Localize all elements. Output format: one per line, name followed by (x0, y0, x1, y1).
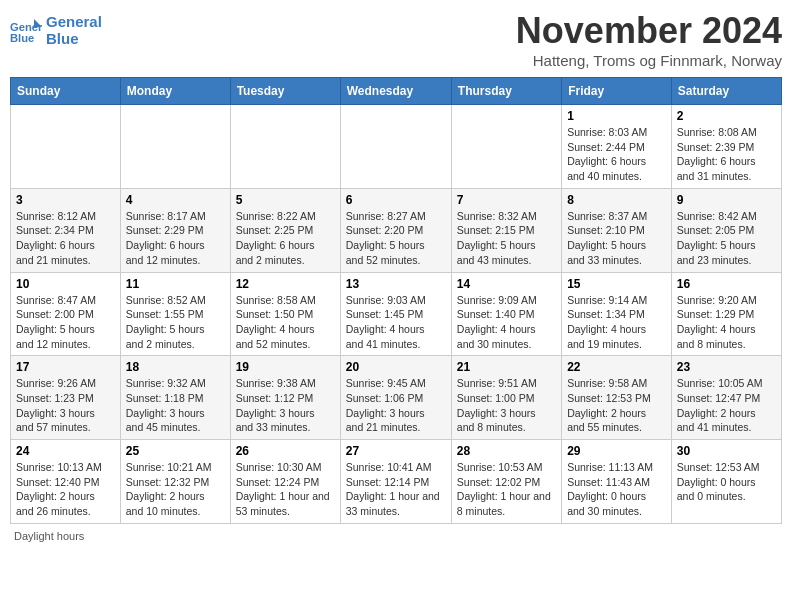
day-number: 30 (677, 444, 776, 458)
day-info: Sunrise: 10:53 AMSunset: 12:02 PMDayligh… (457, 460, 556, 519)
calendar-cell: 6Sunrise: 8:27 AMSunset: 2:20 PMDaylight… (340, 188, 451, 272)
calendar-cell: 22Sunrise: 9:58 AMSunset: 12:53 PMDaylig… (562, 356, 672, 440)
calendar-cell: 7Sunrise: 8:32 AMSunset: 2:15 PMDaylight… (451, 188, 561, 272)
day-number: 16 (677, 277, 776, 291)
day-info: Sunrise: 10:13 AMSunset: 12:40 PMDayligh… (16, 460, 115, 519)
calendar-header-row: SundayMondayTuesdayWednesdayThursdayFrid… (11, 78, 782, 105)
logo-line1: General (46, 13, 102, 30)
calendar-cell (230, 105, 340, 189)
calendar-cell: 30Sunset: 12:53 AMDaylight: 0 hoursand 0… (671, 440, 781, 524)
calendar-cell: 13Sunrise: 9:03 AMSunset: 1:45 PMDayligh… (340, 272, 451, 356)
day-number: 5 (236, 193, 335, 207)
header-thursday: Thursday (451, 78, 561, 105)
day-number: 1 (567, 109, 666, 123)
day-info: Sunrise: 9:09 AMSunset: 1:40 PMDaylight:… (457, 293, 556, 352)
month-title: November 2024 (516, 10, 782, 52)
day-number: 9 (677, 193, 776, 207)
day-info: Sunrise: 10:05 AMSunset: 12:47 PMDayligh… (677, 376, 776, 435)
day-info: Sunrise: 8:37 AMSunset: 2:10 PMDaylight:… (567, 209, 666, 268)
calendar-cell (11, 105, 121, 189)
day-number: 26 (236, 444, 335, 458)
calendar-cell: 29Sunrise: 11:13 AMSunset: 11:43 AMDayli… (562, 440, 672, 524)
day-info: Sunrise: 9:26 AMSunset: 1:23 PMDaylight:… (16, 376, 115, 435)
day-info: Sunrise: 9:20 AMSunset: 1:29 PMDaylight:… (677, 293, 776, 352)
calendar-cell: 9Sunrise: 8:42 AMSunset: 2:05 PMDaylight… (671, 188, 781, 272)
day-info: Sunrise: 8:32 AMSunset: 2:15 PMDaylight:… (457, 209, 556, 268)
calendar-cell: 20Sunrise: 9:45 AMSunset: 1:06 PMDayligh… (340, 356, 451, 440)
day-info: Sunrise: 8:27 AMSunset: 2:20 PMDaylight:… (346, 209, 446, 268)
day-number: 6 (346, 193, 446, 207)
day-number: 23 (677, 360, 776, 374)
day-info: Sunrise: 10:30 AMSunset: 12:24 PMDayligh… (236, 460, 335, 519)
day-info: Sunrise: 8:22 AMSunset: 2:25 PMDaylight:… (236, 209, 335, 268)
calendar-week-5: 24Sunrise: 10:13 AMSunset: 12:40 PMDayli… (11, 440, 782, 524)
day-number: 29 (567, 444, 666, 458)
calendar-cell: 11Sunrise: 8:52 AMSunset: 1:55 PMDayligh… (120, 272, 230, 356)
calendar-cell: 21Sunrise: 9:51 AMSunset: 1:00 PMDayligh… (451, 356, 561, 440)
calendar-week-3: 10Sunrise: 8:47 AMSunset: 2:00 PMDayligh… (11, 272, 782, 356)
day-info: Sunrise: 9:14 AMSunset: 1:34 PMDaylight:… (567, 293, 666, 352)
calendar-cell: 17Sunrise: 9:26 AMSunset: 1:23 PMDayligh… (11, 356, 121, 440)
calendar-cell: 14Sunrise: 9:09 AMSunset: 1:40 PMDayligh… (451, 272, 561, 356)
calendar-week-2: 3Sunrise: 8:12 AMSunset: 2:34 PMDaylight… (11, 188, 782, 272)
logo-line2: Blue (46, 31, 102, 48)
day-number: 21 (457, 360, 556, 374)
day-number: 7 (457, 193, 556, 207)
day-number: 24 (16, 444, 115, 458)
day-info: Sunrise: 8:58 AMSunset: 1:50 PMDaylight:… (236, 293, 335, 352)
location-subtitle: Hatteng, Troms og Finnmark, Norway (516, 52, 782, 69)
day-info: Sunrise: 8:47 AMSunset: 2:00 PMDaylight:… (16, 293, 115, 352)
day-number: 14 (457, 277, 556, 291)
calendar-cell: 18Sunrise: 9:32 AMSunset: 1:18 PMDayligh… (120, 356, 230, 440)
day-number: 15 (567, 277, 666, 291)
calendar-cell: 15Sunrise: 9:14 AMSunset: 1:34 PMDayligh… (562, 272, 672, 356)
day-info: Sunrise: 8:52 AMSunset: 1:55 PMDaylight:… (126, 293, 225, 352)
calendar-cell: 2Sunrise: 8:08 AMSunset: 2:39 PMDaylight… (671, 105, 781, 189)
calendar-cell: 5Sunrise: 8:22 AMSunset: 2:25 PMDaylight… (230, 188, 340, 272)
day-number: 8 (567, 193, 666, 207)
day-info: Sunrise: 9:58 AMSunset: 12:53 PMDaylight… (567, 376, 666, 435)
calendar-cell: 23Sunrise: 10:05 AMSunset: 12:47 PMDayli… (671, 356, 781, 440)
day-number: 17 (16, 360, 115, 374)
day-info: Sunrise: 8:12 AMSunset: 2:34 PMDaylight:… (16, 209, 115, 268)
calendar-cell (340, 105, 451, 189)
calendar-cell: 16Sunrise: 9:20 AMSunset: 1:29 PMDayligh… (671, 272, 781, 356)
day-info: Sunset: 12:53 AMDaylight: 0 hoursand 0 m… (677, 460, 776, 504)
day-number: 18 (126, 360, 225, 374)
day-number: 12 (236, 277, 335, 291)
day-info: Sunrise: 8:42 AMSunset: 2:05 PMDaylight:… (677, 209, 776, 268)
calendar-cell: 24Sunrise: 10:13 AMSunset: 12:40 PMDayli… (11, 440, 121, 524)
header-sunday: Sunday (11, 78, 121, 105)
header-tuesday: Tuesday (230, 78, 340, 105)
calendar-cell: 4Sunrise: 8:17 AMSunset: 2:29 PMDaylight… (120, 188, 230, 272)
day-number: 3 (16, 193, 115, 207)
day-info: Sunrise: 9:03 AMSunset: 1:45 PMDaylight:… (346, 293, 446, 352)
calendar-cell: 26Sunrise: 10:30 AMSunset: 12:24 PMDayli… (230, 440, 340, 524)
title-area: November 2024 Hatteng, Troms og Finnmark… (516, 10, 782, 69)
day-info: Sunrise: 9:45 AMSunset: 1:06 PMDaylight:… (346, 376, 446, 435)
calendar-cell: 27Sunrise: 10:41 AMSunset: 12:14 PMDayli… (340, 440, 451, 524)
day-info: Sunrise: 9:32 AMSunset: 1:18 PMDaylight:… (126, 376, 225, 435)
calendar-cell: 10Sunrise: 8:47 AMSunset: 2:00 PMDayligh… (11, 272, 121, 356)
day-number: 28 (457, 444, 556, 458)
day-info: Sunrise: 8:17 AMSunset: 2:29 PMDaylight:… (126, 209, 225, 268)
day-number: 2 (677, 109, 776, 123)
calendar-cell (120, 105, 230, 189)
day-number: 27 (346, 444, 446, 458)
calendar-week-1: 1Sunrise: 8:03 AMSunset: 2:44 PMDaylight… (11, 105, 782, 189)
logo: General Blue General Blue (10, 14, 102, 47)
calendar-cell: 3Sunrise: 8:12 AMSunset: 2:34 PMDaylight… (11, 188, 121, 272)
calendar-cell: 1Sunrise: 8:03 AMSunset: 2:44 PMDaylight… (562, 105, 672, 189)
day-info: Sunrise: 8:08 AMSunset: 2:39 PMDaylight:… (677, 125, 776, 184)
calendar-week-4: 17Sunrise: 9:26 AMSunset: 1:23 PMDayligh… (11, 356, 782, 440)
page-header: General Blue General Blue November 2024 … (10, 10, 782, 69)
header-friday: Friday (562, 78, 672, 105)
day-info: Sunrise: 8:03 AMSunset: 2:44 PMDaylight:… (567, 125, 666, 184)
calendar-cell: 25Sunrise: 10:21 AMSunset: 12:32 PMDayli… (120, 440, 230, 524)
calendar-cell: 28Sunrise: 10:53 AMSunset: 12:02 PMDayli… (451, 440, 561, 524)
day-number: 22 (567, 360, 666, 374)
calendar-cell: 19Sunrise: 9:38 AMSunset: 1:12 PMDayligh… (230, 356, 340, 440)
calendar-cell: 12Sunrise: 8:58 AMSunset: 1:50 PMDayligh… (230, 272, 340, 356)
day-info: Sunrise: 11:13 AMSunset: 11:43 AMDayligh… (567, 460, 666, 519)
footer-note: Daylight hours (10, 530, 782, 542)
